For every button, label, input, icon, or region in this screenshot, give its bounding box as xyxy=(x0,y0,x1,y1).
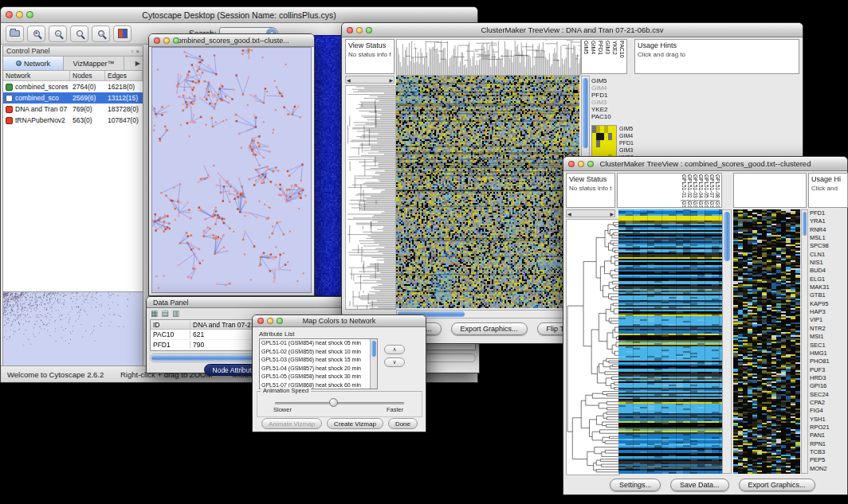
open-session-button[interactable] xyxy=(6,25,24,42)
zoom-button[interactable] xyxy=(173,37,179,44)
main-titlebar[interactable]: Cytoscape Desktop (Session Name: collins… xyxy=(1,7,477,23)
gene-label[interactable]: BUD4 xyxy=(810,267,847,275)
gene-label[interactable]: YSH1 xyxy=(810,416,847,424)
attribute-list-item[interactable]: GPL51-01 (GSM854) heat shock 05 min xyxy=(260,339,370,348)
scroll-left-icon[interactable]: ◀ xyxy=(347,77,351,83)
gene-label[interactable]: HAP3 xyxy=(810,308,847,316)
gene-label[interactable]: GIM4 xyxy=(591,84,638,92)
list-scrollbar[interactable] xyxy=(370,339,377,389)
zoom-vertical-scrollbar[interactable] xyxy=(801,209,808,474)
vertical-scrollbar[interactable] xyxy=(722,209,732,474)
attribute-list-item[interactable]: GPL51-03 (GSM856) heat shock 15 min xyxy=(260,356,370,365)
gene-label[interactable]: HMG1 xyxy=(810,350,847,357)
animate-vizmap-button[interactable]: Animate Vizmap xyxy=(261,418,322,429)
col-nodes[interactable]: Nodes xyxy=(70,71,105,80)
gene-label[interactable]: PHO81 xyxy=(810,357,847,365)
scrollbar-thumb[interactable] xyxy=(371,341,376,357)
network-view-titlebar[interactable]: combined_scores_good.txt--cluste... xyxy=(149,34,314,47)
close-button[interactable] xyxy=(154,37,160,44)
attribute-list-item[interactable]: GPL51-05 (GSM858) heat shock 30 min xyxy=(260,373,370,381)
network-graph-canvas[interactable] xyxy=(152,48,311,292)
gene-label[interactable]: PFD1 xyxy=(810,209,847,217)
create-vizmap-button[interactable]: Create Vizmap xyxy=(327,418,383,429)
speed-slider-thumb[interactable] xyxy=(329,398,338,407)
gene-label[interactable]: RNR4 xyxy=(810,226,847,234)
close-button[interactable] xyxy=(257,318,264,324)
dense-network-canvas[interactable] xyxy=(315,36,343,295)
save-data-button[interactable]: Save Data... xyxy=(670,479,729,491)
gene-label[interactable]: PAC10 xyxy=(591,113,638,120)
gene-label[interactable]: ELG1 xyxy=(810,275,847,283)
gene-label[interactable]: NTR2 xyxy=(810,325,847,333)
gene-label[interactable]: SPC98 xyxy=(810,242,847,250)
zoom-button[interactable] xyxy=(277,318,283,324)
minimize-button[interactable] xyxy=(578,161,584,167)
col-network[interactable]: Network xyxy=(3,71,70,80)
gene-label[interactable]: NIS1 xyxy=(810,259,847,267)
gene-label[interactable]: HRD3 xyxy=(810,374,847,382)
attribute-list-item[interactable]: GPL51-04 (GSM857) heat shock 20 min xyxy=(260,365,370,373)
gene-label[interactable]: SEC1 xyxy=(810,342,847,350)
gene-label[interactable]: RPO21 xyxy=(810,424,847,432)
row-dendrogram[interactable] xyxy=(345,85,396,310)
background-network-view[interactable] xyxy=(314,35,344,296)
global-heatmap[interactable] xyxy=(396,76,579,308)
close-button[interactable] xyxy=(568,161,575,167)
col-edges[interactable]: Edges xyxy=(105,71,143,80)
network-list-row[interactable]: tRNAPuberNov2563(0)107847(0) xyxy=(3,115,143,126)
minimize-button[interactable] xyxy=(356,27,363,33)
gene-label[interactable]: MON2 xyxy=(810,465,847,473)
gene-label[interactable]: MSL1 xyxy=(810,234,847,242)
gene-label[interactable]: GIM5 xyxy=(591,77,638,84)
zoom-out-button[interactable]: - xyxy=(49,25,67,42)
tab-network[interactable]: Network xyxy=(3,57,64,70)
speed-slider-track[interactable] xyxy=(275,402,404,404)
attribute-delete-icon[interactable]: ▥ xyxy=(172,309,179,318)
global-heatmap[interactable] xyxy=(618,209,722,474)
gene-label[interactable]: GIM4 xyxy=(619,132,642,139)
gene-label[interactable]: KAP95 xyxy=(810,300,847,308)
zoom-heatmap[interactable] xyxy=(733,209,800,474)
tab-vizmapper[interactable]: VizMapper™ xyxy=(64,57,124,70)
close-icon[interactable]: × xyxy=(135,48,139,55)
gene-label[interactable]: GIM5 xyxy=(619,125,642,132)
gene-label[interactable]: GTB1 xyxy=(810,291,847,299)
export-graphics-button[interactable]: Export Graphics... xyxy=(451,322,528,335)
gene-label[interactable]: MSI1 xyxy=(810,333,847,341)
treeview-dna-titlebar[interactable]: ClusterMaker TreeView : DNA and Tran 07-… xyxy=(342,23,803,37)
done-button[interactable]: Done xyxy=(388,418,418,429)
minimize-button[interactable] xyxy=(163,37,170,44)
scroll-left-icon[interactable]: ◀ xyxy=(567,211,571,217)
tab-overflow-icon[interactable]: ▶ xyxy=(133,57,143,70)
scrollbar-thumb[interactable] xyxy=(803,212,807,236)
gene-label[interactable]: GIM3 xyxy=(619,147,642,154)
export-graphics-button[interactable]: Export Graphics... xyxy=(739,479,815,491)
attribute-select-icon[interactable]: ▦ xyxy=(151,309,158,318)
network-canvas-area[interactable] xyxy=(151,47,312,293)
zoom-button[interactable] xyxy=(26,11,33,18)
scrollbar-thumb[interactable] xyxy=(724,212,730,261)
zoom-fit-button[interactable] xyxy=(70,25,88,42)
gene-label[interactable]: GIM3 xyxy=(591,99,638,106)
attribute-create-icon[interactable]: ▤ xyxy=(161,309,168,318)
zoom-button[interactable] xyxy=(587,161,594,167)
gene-label[interactable]: CPA2 xyxy=(810,399,847,407)
gene-label[interactable]: GPI16 xyxy=(810,382,847,390)
gene-label[interactable]: VIP1 xyxy=(810,316,847,324)
gene-label[interactable]: PUF3 xyxy=(810,366,847,374)
column-dendrogram[interactable] xyxy=(396,39,581,76)
network-overview-thumbnail[interactable] xyxy=(3,291,143,366)
gene-label[interactable]: PFD1 xyxy=(619,139,642,147)
close-button[interactable] xyxy=(6,11,13,18)
move-down-button[interactable]: ∨ xyxy=(384,357,405,367)
zoom-selected-button[interactable]: □ xyxy=(92,25,110,42)
network-list-row[interactable]: combined_scores2764(0)16218(0) xyxy=(3,81,143,92)
gene-label[interactable]: PEP5 xyxy=(810,456,847,464)
scrollbar-thumb[interactable] xyxy=(583,78,588,148)
overview-canvas[interactable] xyxy=(3,292,143,365)
gene-label[interactable]: PFD1 xyxy=(591,92,638,99)
row-dendrogram[interactable] xyxy=(566,219,620,475)
scroll-right-icon[interactable]: ▶ xyxy=(610,211,614,217)
float-icon[interactable]: ▫ xyxy=(131,48,133,55)
zoom-in-button[interactable]: + xyxy=(27,25,45,42)
